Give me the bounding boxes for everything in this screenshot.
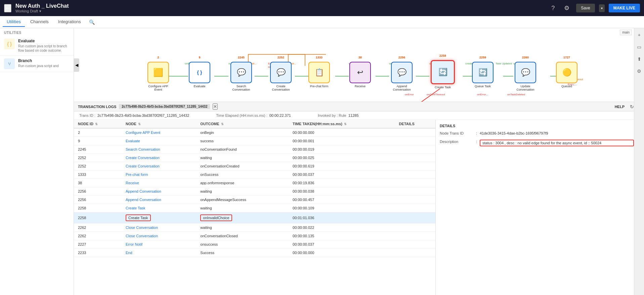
table-row[interactable]: 2252Create Conversationwaiting00:00:00.0… [74, 154, 435, 162]
cell-node[interactable]: Receive [122, 179, 196, 187]
cell-node[interactable]: Search Conversation [122, 145, 196, 154]
table-row[interactable]: 2262Close ConversationonConversationClos… [74, 232, 435, 240]
transaction-logs-close[interactable]: ✕ [213, 103, 218, 110]
tab-utilities[interactable]: Utilities [3, 17, 25, 27]
node-search-conversation[interactable]: 💬 2245 Search Conversation [229, 62, 253, 91]
cell-node-id: 1333 [74, 170, 122, 179]
sidebar-item-evaluate[interactable]: { } Evaluate Run custom java script to b… [0, 36, 74, 56]
cell-node-id: 2256 [74, 187, 122, 196]
node-receive[interactable]: ↩ 38 Receive [349, 62, 371, 88]
cell-time-taken: 00:00:00.019 [289, 145, 395, 154]
cell-outcome: onSuccess [196, 170, 289, 179]
cell-node[interactable]: Append Conversation [122, 187, 196, 196]
transaction-meta: Trans ID : 2c77b498-0b23-4bf3-bcba-3bd38… [74, 111, 644, 120]
save-button[interactable]: Save [576, 4, 595, 12]
cell-details [395, 240, 435, 249]
table-row[interactable]: 2233EndSuccess00:00:00.000 [74, 249, 435, 257]
cell-node[interactable]: Create Conversation [122, 154, 196, 162]
canvas-panel-button[interactable]: ▭ [635, 43, 643, 51]
col-node[interactable]: NODE ⇅ [122, 120, 196, 128]
node-configure-app-event[interactable]: 🟨 2 Configure APP Event [146, 62, 170, 91]
evaluate-description: Run custom java script to branch flow ba… [18, 44, 70, 53]
canvas-toggle[interactable]: ◀ [74, 58, 79, 72]
cell-time-taken: 00:00:00.135 [289, 232, 395, 240]
cell-node[interactable]: Evaluate [122, 137, 196, 145]
cell-node[interactable]: Error Notif [122, 240, 196, 249]
cell-node-id: 2256 [74, 196, 122, 204]
transaction-logs-tab-label: TRANSACTION LOGS [78, 105, 116, 109]
cell-outcome: onInvalidChoice [196, 212, 289, 224]
cell-node-id: 38 [74, 179, 122, 187]
svg-text:onConfTimeout: onConfTimeout [427, 93, 445, 96]
table-row[interactable]: 2262Close Conversationwaiting00:00:00.02… [74, 224, 435, 232]
col-node-id[interactable]: NODE ID ⇅ [74, 120, 122, 128]
node-create-task[interactable]: 🔄 2258 Create Task [431, 60, 455, 89]
node-append-conversation[interactable]: 💬 2256 Append Conversation [390, 62, 414, 91]
table-row[interactable]: 2256Append Conversationwaiting00:00:00.0… [74, 187, 435, 196]
table-row[interactable]: 2258Create Taskwaiting00:00:00.109 [74, 204, 435, 212]
svg-text:onError...: onError... [477, 93, 488, 96]
canvas-plus-button[interactable]: + [635, 31, 643, 39]
sidebar: UTILITIES { } Evaluate Run custom java s… [0, 28, 74, 295]
node-queued[interactable]: 🟡 1727 Queued [556, 62, 577, 88]
refresh-button[interactable]: ↻ [630, 104, 634, 109]
time-elapsed-value: 00:00:22.371 [269, 113, 291, 117]
cell-details [395, 232, 435, 240]
node-evaluate[interactable]: { } 9 Evaluate [189, 62, 210, 88]
tab-integrations[interactable]: Integrations [54, 17, 85, 27]
cell-node-id: 2245 [74, 145, 122, 154]
cell-time-taken: 00:00:00.457 [289, 196, 395, 204]
table-row[interactable]: 38Receiveapp.onformresponse00:00:19.836 [74, 179, 435, 187]
cell-node-id: 2258 [74, 212, 122, 224]
svg-text:onError: onError [405, 93, 414, 96]
cell-node[interactable]: Create Conversation [122, 162, 196, 170]
canvas[interactable]: ◀ main [74, 28, 644, 102]
make-live-button[interactable]: MAKE LIVE [609, 4, 640, 12]
transaction-table-wrapper: NODE ID ⇅ NODE ⇅ OUTCOME ⇅ TIME TAKEN(HH… [74, 120, 644, 295]
cell-node-id: 2262 [74, 232, 122, 240]
header: ← New Auth _ LiveChat Working Draft ▾ ? … [0, 0, 644, 16]
table-row[interactable]: 2Configure APP EventonBegin00:00:00.000 [74, 128, 435, 137]
save-dropdown-button[interactable]: ▾ [599, 4, 605, 12]
table-row[interactable]: 2245Search ConversationnoConversationFou… [74, 145, 435, 154]
help-button[interactable]: ? [549, 3, 557, 13]
cell-time-taken: 00:00:00.000 [289, 249, 395, 257]
table-row[interactable]: 2256Append ConversationonAppendMessageSu… [74, 196, 435, 204]
table-row[interactable]: 2252Create ConversationonConversationCre… [74, 162, 435, 170]
cell-node[interactable]: Create Task [122, 204, 196, 212]
canvas-settings-button[interactable]: ⚙ [635, 67, 643, 75]
cell-node[interactable]: Close Conversation [122, 232, 196, 240]
col-details: DETAILS [395, 120, 435, 128]
col-outcome[interactable]: OUTCOME ⇅ [196, 120, 289, 128]
nav-search-button[interactable]: 🔍 [86, 18, 97, 26]
table-row[interactable]: 1333Pre-chat formonSuccess00:00:00.037 [74, 170, 435, 179]
evaluate-title: Evaluate [18, 39, 70, 43]
cell-node[interactable]: End [122, 249, 196, 257]
node-create-conversation[interactable]: 💬 2252 Create Conversation [269, 62, 293, 91]
node-queue-task[interactable]: 🔄 2259 Queue Task [472, 62, 493, 88]
settings-button[interactable]: ⚙ [561, 3, 572, 13]
cell-node[interactable]: Append Conversation [122, 196, 196, 204]
help-label: HELP [615, 105, 625, 109]
back-button[interactable]: ← [4, 4, 11, 12]
table-row[interactable]: 2227Error Notifonsuccess00:00:00.037 [74, 240, 435, 249]
cell-node[interactable]: Create Task [122, 212, 196, 224]
cell-outcome: waiting [196, 154, 289, 162]
cell-node[interactable]: Pre-chat form [122, 170, 196, 179]
cell-time-taken: 00:00:00.037 [289, 170, 395, 179]
tab-channels[interactable]: Channels [26, 17, 53, 27]
cell-node-id: 2 [74, 128, 122, 137]
table-row[interactable]: 2258Create TaskonInvalidChoice00:01:01.0… [74, 212, 435, 224]
node-pre-chat-form[interactable]: 📋 1333 Pre-chat form [308, 62, 330, 88]
branch-description: Run custom java script and [18, 64, 59, 68]
working-draft-label[interactable]: Working Draft ▾ [15, 9, 69, 13]
table-row[interactable]: 9Evaluatesuccess00:00:00.001 [74, 137, 435, 145]
sidebar-item-branch[interactable]: ⑂ Branch Run custom java script and [0, 56, 74, 72]
cell-node[interactable]: Configure APP Event [122, 128, 196, 137]
cell-time-taken: 00:00:00.000 [289, 128, 395, 137]
cell-details [395, 128, 435, 137]
canvas-share-button[interactable]: ⬆ [635, 55, 643, 63]
node-update-conversation[interactable]: 💬 2260 Update Conversation [513, 62, 538, 91]
cell-node[interactable]: Close Conversation [122, 224, 196, 232]
col-time-taken[interactable]: TIME TAKEN(HH:mm:ss.ms) ⇅ [289, 120, 395, 128]
